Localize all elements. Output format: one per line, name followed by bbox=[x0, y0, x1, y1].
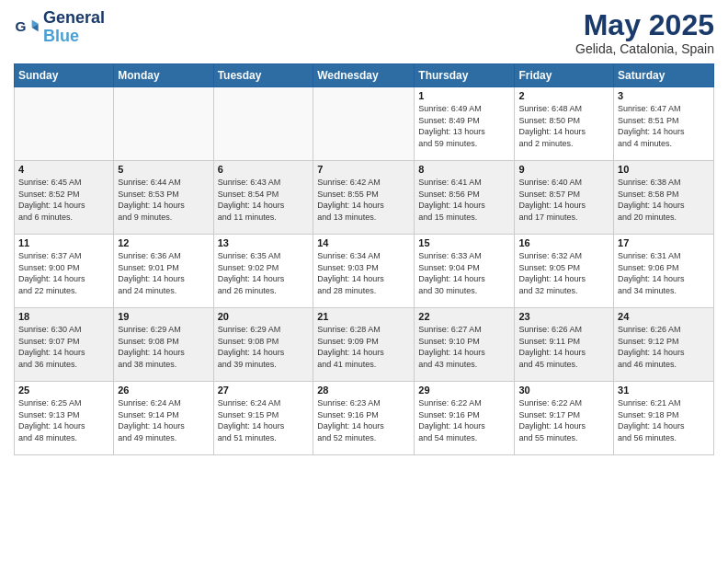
day-info: Sunrise: 6:43 AMSunset: 8:54 PMDaylight:… bbox=[218, 177, 310, 223]
day-number: 9 bbox=[518, 164, 609, 175]
day-number: 20 bbox=[218, 311, 310, 322]
cell-week4-day0: 18Sunrise: 6:30 AMSunset: 9:07 PMDayligh… bbox=[15, 308, 114, 382]
day-info: Sunrise: 6:47 AMSunset: 8:51 PMDaylight:… bbox=[618, 103, 710, 149]
day-number: 4 bbox=[18, 164, 109, 175]
day-info: Sunrise: 6:44 AMSunset: 8:53 PMDaylight:… bbox=[118, 177, 209, 223]
location: Gelida, Catalonia, Spain bbox=[575, 41, 714, 56]
col-monday: Monday bbox=[114, 64, 213, 87]
logo-icon: G bbox=[14, 15, 40, 40]
cell-week1-day0 bbox=[15, 87, 114, 161]
col-saturday: Saturday bbox=[614, 64, 714, 87]
cell-week5-day2: 27Sunrise: 6:24 AMSunset: 9:15 PMDayligh… bbox=[213, 382, 313, 455]
day-info: Sunrise: 6:24 AMSunset: 9:14 PMDaylight:… bbox=[118, 397, 209, 443]
cell-week1-day2 bbox=[213, 87, 313, 161]
day-info: Sunrise: 6:37 AMSunset: 9:00 PMDaylight:… bbox=[18, 250, 109, 296]
day-number: 10 bbox=[618, 164, 710, 175]
cell-week2-day2: 6Sunrise: 6:43 AMSunset: 8:54 PMDaylight… bbox=[213, 161, 313, 235]
cell-week4-day5: 23Sunrise: 6:26 AMSunset: 9:11 PMDayligh… bbox=[515, 308, 614, 382]
cell-week4-day1: 19Sunrise: 6:29 AMSunset: 9:08 PMDayligh… bbox=[114, 308, 213, 382]
day-info: Sunrise: 6:27 AMSunset: 9:10 PMDaylight:… bbox=[418, 324, 510, 370]
cell-week1-day5: 2Sunrise: 6:48 AMSunset: 8:50 PMDaylight… bbox=[515, 87, 614, 161]
col-sunday: Sunday bbox=[15, 64, 114, 87]
day-info: Sunrise: 6:40 AMSunset: 8:57 PMDaylight:… bbox=[518, 177, 609, 223]
cell-week3-day2: 13Sunrise: 6:35 AMSunset: 9:02 PMDayligh… bbox=[213, 235, 313, 308]
day-info: Sunrise: 6:25 AMSunset: 9:13 PMDaylight:… bbox=[18, 397, 109, 443]
calendar-header-row: Sunday Monday Tuesday Wednesday Thursday… bbox=[15, 64, 714, 87]
day-number: 25 bbox=[18, 385, 109, 396]
cell-week1-day3 bbox=[313, 87, 415, 161]
day-info: Sunrise: 6:34 AMSunset: 9:03 PMDaylight:… bbox=[317, 250, 410, 296]
title-block: May 2025 Gelida, Catalonia, Spain bbox=[575, 9, 714, 56]
cell-week2-day5: 9Sunrise: 6:40 AMSunset: 8:57 PMDaylight… bbox=[515, 161, 614, 235]
cell-week5-day6: 31Sunrise: 6:21 AMSunset: 9:18 PMDayligh… bbox=[614, 382, 714, 455]
cell-week5-day4: 29Sunrise: 6:22 AMSunset: 9:16 PMDayligh… bbox=[415, 382, 515, 455]
day-info: Sunrise: 6:22 AMSunset: 9:16 PMDaylight:… bbox=[418, 397, 510, 443]
cell-week4-day3: 21Sunrise: 6:28 AMSunset: 9:09 PMDayligh… bbox=[313, 308, 415, 382]
cell-week1-day1 bbox=[114, 87, 213, 161]
cell-week5-day1: 26Sunrise: 6:24 AMSunset: 9:14 PMDayligh… bbox=[114, 382, 213, 455]
day-number: 26 bbox=[118, 385, 209, 396]
cell-week2-day1: 5Sunrise: 6:44 AMSunset: 8:53 PMDaylight… bbox=[114, 161, 213, 235]
day-info: Sunrise: 6:29 AMSunset: 9:08 PMDaylight:… bbox=[118, 324, 209, 370]
week-row-1: 1Sunrise: 6:49 AMSunset: 8:49 PMDaylight… bbox=[15, 87, 714, 161]
day-info: Sunrise: 6:28 AMSunset: 9:09 PMDaylight:… bbox=[317, 324, 410, 370]
day-number: 13 bbox=[218, 237, 310, 248]
day-info: Sunrise: 6:33 AMSunset: 9:04 PMDaylight:… bbox=[418, 250, 510, 296]
day-number: 1 bbox=[418, 90, 510, 101]
day-number: 29 bbox=[418, 385, 510, 396]
day-number: 2 bbox=[518, 90, 609, 101]
day-number: 23 bbox=[518, 311, 609, 322]
cell-week3-day6: 17Sunrise: 6:31 AMSunset: 9:06 PMDayligh… bbox=[614, 235, 714, 308]
day-info: Sunrise: 6:26 AMSunset: 9:12 PMDaylight:… bbox=[618, 324, 710, 370]
logo-text-block: GeneralBlue bbox=[43, 9, 105, 46]
cell-week3-day3: 14Sunrise: 6:34 AMSunset: 9:03 PMDayligh… bbox=[313, 235, 415, 308]
cell-week3-day4: 15Sunrise: 6:33 AMSunset: 9:04 PMDayligh… bbox=[415, 235, 515, 308]
day-info: Sunrise: 6:31 AMSunset: 9:06 PMDaylight:… bbox=[618, 250, 710, 296]
svg-text:G: G bbox=[15, 18, 26, 34]
col-wednesday: Wednesday bbox=[313, 64, 415, 87]
day-number: 3 bbox=[618, 90, 710, 101]
day-info: Sunrise: 6:35 AMSunset: 9:02 PMDaylight:… bbox=[218, 250, 310, 296]
col-thursday: Thursday bbox=[415, 64, 515, 87]
week-row-5: 25Sunrise: 6:25 AMSunset: 9:13 PMDayligh… bbox=[15, 382, 714, 455]
cell-week5-day0: 25Sunrise: 6:25 AMSunset: 9:13 PMDayligh… bbox=[15, 382, 114, 455]
day-number: 5 bbox=[118, 164, 209, 175]
cell-week4-day4: 22Sunrise: 6:27 AMSunset: 9:10 PMDayligh… bbox=[415, 308, 515, 382]
day-number: 19 bbox=[118, 311, 209, 322]
week-row-2: 4Sunrise: 6:45 AMSunset: 8:52 PMDaylight… bbox=[15, 161, 714, 235]
cell-week1-day4: 1Sunrise: 6:49 AMSunset: 8:49 PMDaylight… bbox=[415, 87, 515, 161]
day-number: 16 bbox=[518, 237, 609, 248]
cell-week2-day3: 7Sunrise: 6:42 AMSunset: 8:55 PMDaylight… bbox=[313, 161, 415, 235]
month-title: May 2025 bbox=[575, 9, 714, 41]
cell-week4-day2: 20Sunrise: 6:29 AMSunset: 9:08 PMDayligh… bbox=[213, 308, 313, 382]
cell-week1-day6: 3Sunrise: 6:47 AMSunset: 8:51 PMDaylight… bbox=[614, 87, 714, 161]
day-info: Sunrise: 6:41 AMSunset: 8:56 PMDaylight:… bbox=[418, 177, 510, 223]
day-number: 28 bbox=[317, 385, 410, 396]
day-info: Sunrise: 6:42 AMSunset: 8:55 PMDaylight:… bbox=[317, 177, 410, 223]
calendar-table: Sunday Monday Tuesday Wednesday Thursday… bbox=[14, 63, 714, 455]
col-friday: Friday bbox=[515, 64, 614, 87]
logo-name: GeneralBlue bbox=[43, 9, 105, 46]
day-number: 7 bbox=[317, 164, 410, 175]
day-info: Sunrise: 6:23 AMSunset: 9:16 PMDaylight:… bbox=[317, 397, 410, 443]
cell-week4-day6: 24Sunrise: 6:26 AMSunset: 9:12 PMDayligh… bbox=[614, 308, 714, 382]
day-info: Sunrise: 6:32 AMSunset: 9:05 PMDaylight:… bbox=[518, 250, 609, 296]
day-number: 24 bbox=[618, 311, 710, 322]
day-info: Sunrise: 6:38 AMSunset: 8:58 PMDaylight:… bbox=[618, 177, 710, 223]
day-number: 17 bbox=[618, 237, 710, 248]
day-info: Sunrise: 6:26 AMSunset: 9:11 PMDaylight:… bbox=[518, 324, 609, 370]
page: G GeneralBlue May 2025 Gelida, Catalonia… bbox=[0, 0, 728, 563]
day-info: Sunrise: 6:29 AMSunset: 9:08 PMDaylight:… bbox=[218, 324, 310, 370]
day-number: 15 bbox=[418, 237, 510, 248]
cell-week5-day3: 28Sunrise: 6:23 AMSunset: 9:16 PMDayligh… bbox=[313, 382, 415, 455]
cell-week2-day0: 4Sunrise: 6:45 AMSunset: 8:52 PMDaylight… bbox=[15, 161, 114, 235]
day-info: Sunrise: 6:48 AMSunset: 8:50 PMDaylight:… bbox=[518, 103, 609, 149]
day-number: 18 bbox=[18, 311, 109, 322]
day-info: Sunrise: 6:30 AMSunset: 9:07 PMDaylight:… bbox=[18, 324, 109, 370]
cell-week3-day0: 11Sunrise: 6:37 AMSunset: 9:00 PMDayligh… bbox=[15, 235, 114, 308]
day-info: Sunrise: 6:45 AMSunset: 8:52 PMDaylight:… bbox=[18, 177, 109, 223]
day-number: 11 bbox=[18, 237, 109, 248]
day-info: Sunrise: 6:24 AMSunset: 9:15 PMDaylight:… bbox=[218, 397, 310, 443]
col-tuesday: Tuesday bbox=[213, 64, 313, 87]
day-number: 6 bbox=[218, 164, 310, 175]
